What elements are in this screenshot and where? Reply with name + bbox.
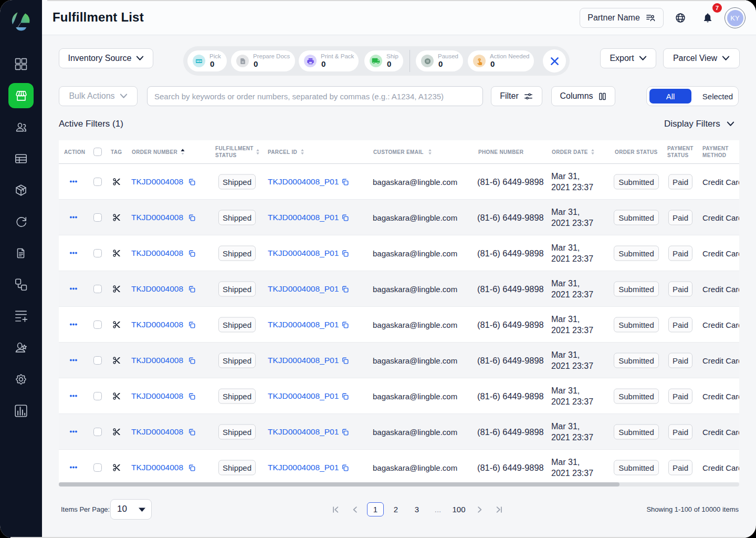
svg-text:NEW: NEW	[196, 60, 202, 63]
